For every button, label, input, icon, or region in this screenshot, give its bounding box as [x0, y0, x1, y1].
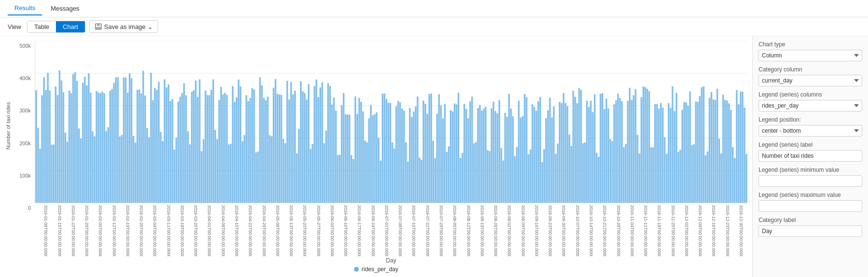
svg-rect-219	[444, 104, 446, 203]
svg-rect-227	[460, 158, 461, 203]
tab-messages[interactable]: Messages	[44, 2, 86, 15]
svg-rect-80	[174, 150, 175, 203]
tab-results[interactable]: Results	[8, 1, 42, 15]
svg-rect-278	[559, 102, 560, 203]
svg-rect-56	[127, 93, 128, 203]
svg-rect-270	[543, 149, 545, 203]
svg-rect-319	[638, 153, 640, 203]
svg-rect-353	[705, 155, 706, 203]
legend-max-input[interactable]	[759, 200, 862, 212]
category-label-input[interactable]	[759, 225, 862, 237]
svg-rect-73	[160, 132, 162, 203]
svg-rect-53	[121, 135, 122, 203]
svg-rect-44	[104, 93, 105, 203]
category-column-select[interactable]: current_day	[759, 75, 862, 86]
svg-rect-165	[339, 155, 340, 203]
legend-min-input[interactable]	[759, 175, 862, 187]
svg-rect-212	[431, 94, 432, 203]
svg-rect-294	[590, 101, 591, 203]
legend-series-select[interactable]: rides_per_day	[759, 100, 862, 111]
y-label-0: 0	[28, 205, 31, 211]
x-label: 2016-02-26T00:00:00.0000000	[139, 205, 144, 256]
svg-rect-183	[374, 114, 375, 203]
save-icon	[95, 23, 102, 30]
svg-rect-119	[249, 98, 251, 203]
svg-rect-355	[709, 98, 710, 203]
svg-rect-361	[720, 153, 722, 203]
svg-rect-153	[315, 80, 317, 203]
svg-rect-129	[269, 135, 271, 203]
svg-rect-206	[419, 157, 420, 203]
svg-rect-45	[106, 131, 107, 203]
svg-rect-247	[499, 100, 500, 203]
x-label: 2016-09-16T00:00:00.0000000	[534, 205, 539, 256]
svg-rect-135	[281, 95, 282, 203]
svg-rect-40	[95, 91, 97, 203]
svg-rect-49	[113, 83, 115, 203]
svg-rect-131	[273, 88, 274, 203]
save-image-button[interactable]: Save as image ⌄	[89, 20, 158, 33]
svg-rect-95	[203, 139, 204, 203]
svg-rect-90	[193, 90, 194, 203]
legend-series-label-input[interactable]	[759, 150, 862, 162]
svg-rect-321	[642, 86, 644, 203]
svg-rect-331	[662, 108, 664, 203]
chart-and-x: 2016-01-01T00:00:00.00000002016-01-08T00…	[35, 41, 747, 264]
svg-rect-121	[253, 89, 255, 203]
svg-rect-322	[644, 87, 646, 203]
legend-position-group: Legend position: center - bottom	[759, 116, 862, 137]
svg-rect-217	[440, 105, 442, 203]
chart-toggle-btn[interactable]: Chart	[56, 21, 85, 32]
svg-rect-142	[294, 91, 296, 203]
svg-rect-106	[224, 93, 226, 203]
svg-rect-107	[226, 95, 228, 203]
svg-rect-251	[506, 117, 508, 203]
svg-rect-296	[594, 94, 595, 203]
svg-rect-162	[333, 97, 335, 203]
svg-rect-50	[115, 77, 117, 203]
svg-rect-122	[255, 152, 257, 203]
x-label: 2016-12-23T00:00:00.0000000	[725, 205, 730, 256]
svg-rect-192	[392, 142, 393, 203]
svg-rect-116	[244, 135, 245, 203]
svg-rect-185	[378, 138, 380, 203]
svg-rect-302	[606, 98, 607, 203]
legend-position-select[interactable]: center - bottom	[759, 125, 862, 137]
svg-rect-166	[341, 105, 342, 203]
svg-rect-258	[520, 118, 521, 203]
svg-rect-360	[719, 138, 720, 203]
svg-rect-91	[195, 81, 196, 203]
svg-rect-16	[49, 90, 51, 203]
chart-type-group: Chart type Column	[759, 41, 862, 61]
svg-rect-316	[633, 95, 634, 203]
svg-rect-186	[380, 161, 381, 203]
view-label: View	[8, 23, 21, 30]
svg-rect-87	[187, 131, 189, 203]
svg-rect-279	[561, 103, 562, 203]
svg-rect-102	[217, 139, 218, 203]
x-axis-title: Day	[35, 256, 747, 264]
x-label: 2016-12-09T00:00:00.0000000	[698, 205, 703, 256]
svg-rect-61	[136, 90, 138, 203]
svg-rect-83	[179, 97, 181, 203]
svg-rect-193	[393, 148, 395, 203]
svg-rect-371	[740, 91, 741, 203]
svg-rect-74	[162, 141, 163, 203]
svg-rect-19	[55, 86, 56, 203]
svg-rect-114	[240, 86, 241, 203]
svg-rect-358	[715, 100, 716, 203]
svg-rect-260	[524, 94, 525, 203]
svg-rect-18	[53, 145, 54, 203]
svg-rect-152	[313, 86, 315, 203]
svg-rect-307	[615, 100, 617, 203]
svg-rect-369	[736, 90, 737, 203]
table-toggle-btn[interactable]: Table	[27, 21, 56, 32]
svg-rect-267	[537, 101, 539, 203]
svg-rect-341	[681, 110, 683, 203]
chart-type-select[interactable]: Column	[759, 50, 862, 61]
svg-rect-171	[351, 155, 352, 203]
svg-rect-65	[144, 96, 146, 203]
svg-rect-175	[358, 98, 360, 203]
svg-rect-349	[697, 102, 698, 203]
svg-rect-320	[640, 97, 642, 203]
